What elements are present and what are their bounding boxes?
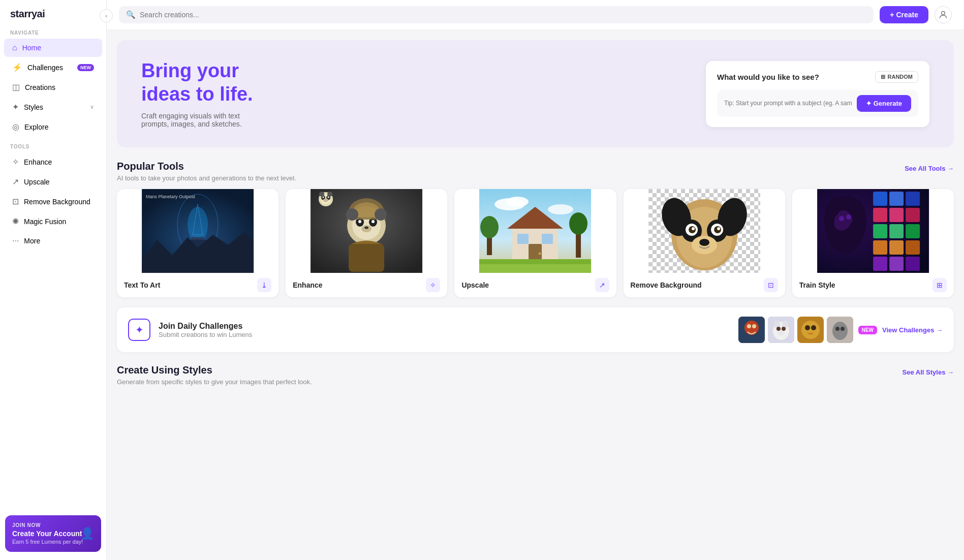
tool-card-text-to-art[interactable]: Mans Planetary Outpost Text To Art ⤓ — [117, 189, 278, 297]
see-all-styles-link[interactable]: See All Styles → — [903, 368, 954, 376]
svg-text:Mans Planetary Outpost: Mans Planetary Outpost — [146, 194, 195, 199]
svg-rect-29 — [349, 244, 384, 272]
random-icon: ⊞ — [881, 74, 885, 80]
svg-point-32 — [506, 197, 528, 207]
tools-label: TOOLS — [0, 137, 106, 152]
sidebar-item-more[interactable]: ··· More — [4, 232, 102, 250]
sidebar-item-label: More — [24, 237, 40, 245]
challenges-card[interactable]: ✦ Join Daily Challenges Submit creations… — [117, 307, 954, 352]
enhance-tool-icon: ✧ — [12, 157, 19, 167]
sidebar-collapse-btn[interactable]: ‹ — [100, 9, 113, 22]
magic-fusion-icon: ✺ — [12, 216, 19, 226]
challenges-card-text: Join Daily Challenges Submit creations t… — [159, 322, 252, 338]
prompt-input[interactable] — [724, 100, 852, 107]
svg-rect-40 — [517, 234, 528, 244]
svg-point-28 — [327, 192, 332, 197]
svg-rect-80 — [906, 257, 920, 271]
svg-rect-67 — [889, 192, 904, 206]
svg-rect-79 — [889, 257, 904, 271]
styles-section-title: Create Using Styles — [117, 364, 212, 376]
search-input[interactable] — [140, 11, 866, 19]
tool-card-enhance[interactable]: Enhance ✧ — [286, 189, 447, 297]
search-icon: 🔍 — [126, 10, 136, 19]
sidebar-item-enhance[interactable]: ✧ Enhance — [4, 152, 102, 171]
new-challenges-badge: NEW — [858, 326, 877, 334]
hero-prompt-box: What would you like to see? ⊞ RANDOM ✦ G… — [706, 61, 929, 127]
tool-name: Train Style — [799, 281, 835, 289]
svg-point-14 — [358, 220, 361, 223]
styles-subtitle: Generate from specific styles to give yo… — [117, 378, 954, 386]
svg-point-92 — [776, 327, 781, 331]
search-bar[interactable]: 🔍 — [119, 6, 874, 23]
svg-point-85 — [744, 321, 759, 335]
tool-action-icon: ⤓ — [257, 278, 271, 292]
svg-point-25 — [328, 197, 329, 198]
svg-rect-75 — [873, 240, 887, 255]
random-button[interactable]: ⊞ RANDOM — [875, 71, 919, 83]
sidebar-item-label: Challenges — [27, 64, 72, 72]
upscale-tool-icon: ↗ — [12, 177, 19, 186]
tool-action-icon: ⊞ — [932, 278, 947, 292]
tool-card-remove-background[interactable]: Remove Background ⊡ — [624, 189, 785, 297]
svg-rect-69 — [873, 208, 887, 222]
sidebar-item-label: Styles — [24, 103, 85, 111]
svg-point-18 — [346, 208, 358, 221]
svg-rect-76 — [889, 240, 904, 255]
sidebar-item-upscale[interactable]: ↗ Upscale — [4, 172, 102, 191]
create-button[interactable]: + Create — [880, 6, 928, 23]
more-icon: ··· — [12, 236, 19, 245]
challenges-nav-icon: ⚡ — [12, 63, 22, 72]
sidebar-item-styles[interactable]: ✦ Styles ∨ — [4, 98, 102, 116]
svg-point-64 — [699, 239, 709, 246]
svg-point-33 — [548, 204, 573, 214]
svg-point-61 — [692, 227, 695, 230]
tool-card-train-style[interactable]: Train Style ⊞ — [792, 189, 954, 297]
sidebar-item-remove-background[interactable]: ⊡ Remove Background — [4, 192, 102, 211]
svg-point-3 — [188, 207, 208, 242]
svg-point-98 — [811, 325, 816, 330]
topbar: 🔍 + Create — [107, 0, 964, 30]
see-all-tools-link[interactable]: See All Tools → — [905, 165, 954, 172]
view-challenges-button[interactable]: View Challenges → — [882, 326, 943, 334]
user-avatar[interactable] — [935, 6, 952, 23]
sidebar-item-label: Enhance — [24, 158, 52, 166]
prompt-question: What would you like to see? — [717, 73, 819, 81]
styles-icon: ✦ — [12, 102, 19, 112]
generate-button[interactable]: ✦ Generate — [857, 95, 911, 112]
chevron-down-icon: ∨ — [90, 104, 94, 110]
svg-rect-70 — [889, 208, 904, 222]
tool-card-upscale[interactable]: Upscale ↗ — [454, 189, 616, 297]
svg-rect-5 — [191, 237, 204, 240]
sidebar-item-magic-fusion[interactable]: ✺ Magic Fusion — [4, 212, 102, 231]
logo: starryai — [10, 8, 96, 20]
svg-rect-74 — [906, 224, 920, 238]
hero-section: Bring your ideas to life. Craft engaging… — [117, 40, 954, 147]
sidebar-item-label: Magic Fusion — [24, 217, 66, 226]
join-card[interactable]: JOIN NOW Create Your Account Earn 5 free… — [5, 515, 101, 552]
svg-point-26 — [323, 199, 328, 202]
svg-point-19 — [375, 208, 387, 221]
tool-action-icon: ⊡ — [764, 278, 778, 292]
challenges-section: ✦ Join Daily Challenges Submit creations… — [107, 307, 964, 352]
sidebar-item-challenges[interactable]: ⚡ Challenges NEW — [4, 58, 102, 77]
sidebar-item-creations[interactable]: ◫ Creations — [4, 78, 102, 97]
home-icon: ⌂ — [12, 43, 17, 52]
tool-action-icon: ✧ — [426, 278, 440, 292]
styles-section: Create Using Styles See All Styles → Gen… — [107, 364, 964, 386]
join-card-avatar-icon: 👤 — [80, 527, 94, 540]
hero-text: Bring your ideas to life. Craft engaging… — [141, 59, 263, 128]
svg-point-35 — [480, 216, 499, 238]
sidebar-item-home[interactable]: ⌂ Home — [4, 39, 102, 57]
popular-tools-title: Popular Tools — [117, 161, 184, 172]
svg-rect-41 — [542, 234, 553, 244]
svg-point-17 — [364, 227, 368, 229]
tool-action-icon: ↗ — [595, 278, 609, 292]
svg-point-100 — [832, 322, 848, 340]
challenges-card-icon: ✦ — [128, 319, 150, 341]
svg-rect-77 — [906, 240, 920, 255]
sidebar-item-explore[interactable]: ◎ Explore — [4, 117, 102, 136]
svg-point-0 — [942, 11, 945, 15]
svg-point-62 — [717, 227, 720, 230]
svg-rect-72 — [873, 224, 887, 238]
svg-point-102 — [841, 327, 845, 331]
